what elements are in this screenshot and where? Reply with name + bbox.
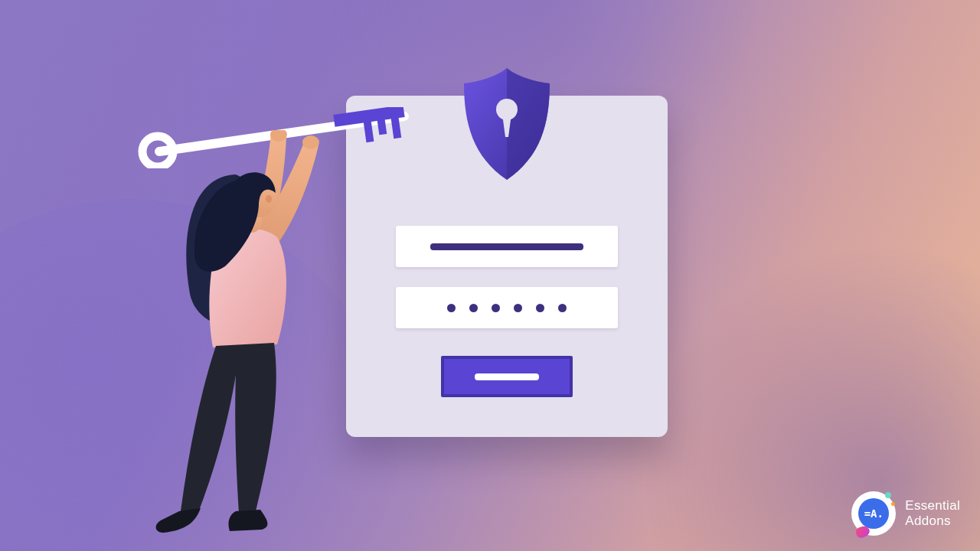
password-field[interactable] bbox=[396, 287, 618, 328]
button-label-bar bbox=[475, 373, 539, 380]
svg-point-11 bbox=[266, 195, 272, 203]
password-dot bbox=[558, 304, 567, 312]
password-dot bbox=[536, 304, 544, 312]
password-dot bbox=[469, 304, 478, 312]
text-placeholder-bar bbox=[430, 243, 583, 250]
username-field[interactable] bbox=[396, 226, 618, 267]
svg-point-7 bbox=[302, 135, 319, 149]
password-dot bbox=[492, 304, 500, 312]
hero-illustration: =A. Essential Addons bbox=[0, 0, 980, 551]
person-holding-key-icon bbox=[145, 130, 360, 536]
shield-keyhole-icon bbox=[461, 67, 553, 181]
brand-name: Essential Addons bbox=[905, 498, 960, 528]
brand-logo-icon: =A. bbox=[851, 491, 896, 536]
brand-name-line2: Addons bbox=[905, 514, 960, 529]
password-dot bbox=[447, 304, 456, 312]
submit-button[interactable] bbox=[441, 356, 573, 397]
brand-badge: =A. Essential Addons bbox=[851, 491, 960, 536]
brand-monogram: =A. bbox=[858, 498, 889, 529]
password-dot bbox=[514, 304, 522, 312]
brand-name-line1: Essential bbox=[905, 498, 960, 514]
